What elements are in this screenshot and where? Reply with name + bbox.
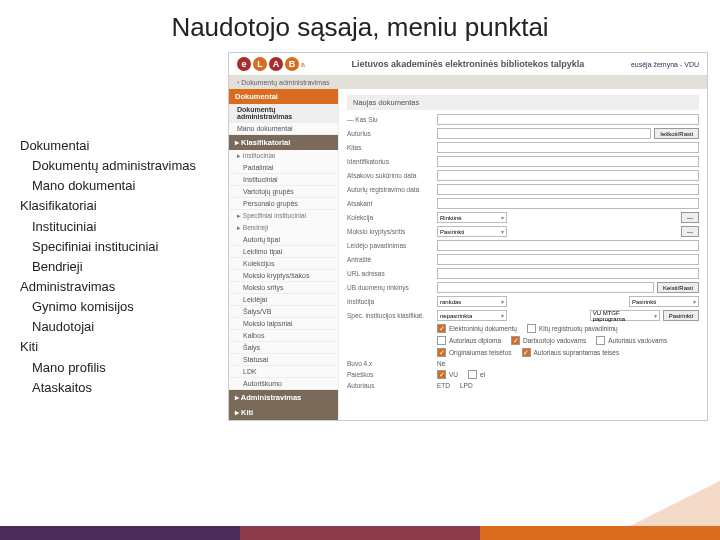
sidebar-item[interactable]: Autorių tipai	[229, 234, 338, 246]
sidebar-item[interactable]: Padaliniai	[229, 162, 338, 174]
checkbox[interactable]: ✓	[511, 336, 520, 345]
checkbox[interactable]: ✓	[437, 348, 446, 357]
form-row: Atsakovo sukūrimo data	[347, 170, 699, 181]
select[interactable]: rankdas▾	[437, 296, 507, 307]
select[interactable]: nepasirinkta▾	[437, 310, 507, 321]
overlay-item: Naudotojai	[20, 317, 196, 337]
sidebar-header-kiti[interactable]: ▸ Kiti	[229, 405, 338, 420]
logo-l-icon: L	[253, 57, 267, 71]
button[interactable]: Pasirinkti	[663, 310, 699, 321]
sidebar-header-dokumentai[interactable]: Dokumentai	[229, 89, 338, 104]
text-input[interactable]	[437, 240, 699, 251]
sidebar-item[interactable]: Mano dokumentai	[229, 123, 338, 135]
sidebar-header-admin[interactable]: ▸ Administravimas	[229, 390, 338, 405]
checkbox-label: Elektroninių dokumentų	[449, 325, 517, 332]
button[interactable]: Keisti/Rasti	[657, 282, 699, 293]
form-row: Buvo 4.xNe	[347, 360, 699, 367]
sidebar-group[interactable]: ▸ Instituciniai	[229, 150, 338, 162]
sidebar-item[interactable]: Personalo grupės	[229, 198, 338, 210]
sidebar-item[interactable]: Mokslo laipsniai	[229, 318, 338, 330]
form-row: Mokslo kryptys/sritisPasirinkti▾—	[347, 226, 699, 237]
text-input[interactable]	[437, 142, 699, 153]
checkbox-row: ✓Originalumas teisėtos✓Autoriaus suprant…	[347, 348, 699, 357]
sidebar-item[interactable]: Statusai	[229, 354, 338, 366]
sidebar-item[interactable]: Leidimo tipai	[229, 246, 338, 258]
checkbox-row: Paieškos✓VUel	[347, 370, 699, 379]
sidebar-item[interactable]: Autoriškumo	[229, 378, 338, 390]
field-label: Atsakovo sukūrimo data	[347, 172, 437, 179]
user-link[interactable]: eusėja žemyna - VDU	[631, 61, 699, 68]
form-row: Institucijarankdas▾Pasirinkti▾	[347, 296, 699, 307]
overlay-item: Mano dokumentai	[20, 176, 196, 196]
overlay-item: Klasifikatoriai	[20, 196, 196, 216]
sidebar-group[interactable]: ▸ Bendrieji	[229, 222, 338, 234]
text-input[interactable]	[437, 170, 699, 181]
button[interactable]: —	[681, 212, 699, 223]
logo: e L A B a	[237, 57, 305, 71]
text-input[interactable]	[437, 198, 699, 209]
checkbox[interactable]: ✓	[522, 348, 531, 357]
text-input[interactable]	[437, 268, 699, 279]
logo-a-suffix: a	[301, 61, 305, 68]
checkbox[interactable]	[437, 336, 446, 345]
field-label: Kolekcija	[347, 214, 437, 221]
footer-bars	[0, 526, 720, 540]
text-input[interactable]	[437, 282, 654, 293]
sidebar-item[interactable]: Instituciniai	[229, 174, 338, 186]
field-label: Autoriaus	[347, 382, 437, 389]
select[interactable]: Pasirinkti▾	[629, 296, 699, 307]
select[interactable]: Rinktinė▾	[437, 212, 507, 223]
text-input[interactable]	[437, 128, 651, 139]
field-label: Mokslo kryptys/sritis	[347, 228, 437, 235]
sidebar-item[interactable]: LDK	[229, 366, 338, 378]
sidebar-header-klasifikatoriai[interactable]: ▸ Klasifikatoriai	[229, 135, 338, 150]
text-input[interactable]	[437, 254, 699, 265]
form-row: Antraštė	[347, 254, 699, 265]
field-label: Autorių registravimo data	[347, 186, 437, 193]
form-row: URL adresas	[347, 268, 699, 279]
menu-overlay: DokumentaiDokumentų administravimasMano …	[20, 136, 196, 398]
select[interactable]: Pasirinkti▾	[437, 226, 507, 237]
sidebar-item[interactable]: Vartotojų grupės	[229, 186, 338, 198]
checkbox-row: Autoriaus diploma✓Darbuotojo vadovamsAut…	[347, 336, 699, 345]
overlay-item: Kiti	[20, 337, 196, 357]
field-label: — Kas Siu	[347, 116, 437, 123]
field-label: Antraštė	[347, 256, 437, 263]
checkbox-label: Autoriaus vadovams	[608, 337, 667, 344]
sidebar-item[interactable]: Šalys	[229, 342, 338, 354]
checkbox[interactable]	[527, 324, 536, 333]
checkbox[interactable]	[596, 336, 605, 345]
sidebar-group[interactable]: ▸ Specifiniai instituciniai	[229, 210, 338, 222]
main-panel: Naujas dokumentas — Kas SiuAutoriusIeško…	[339, 89, 707, 420]
checkbox[interactable]	[468, 370, 477, 379]
sidebar-item[interactable]: Kolekcijos	[229, 258, 338, 270]
checkbox[interactable]: ✓	[437, 324, 446, 333]
sidebar-item[interactable]: Mokslo sritys	[229, 282, 338, 294]
checkbox-label: Autoriaus suprantamas teises	[534, 349, 620, 356]
overlay-item: Dokumentų administravimas	[20, 156, 196, 176]
text-input[interactable]	[437, 114, 699, 125]
form-row: AutoriusIeškoti/Rasti	[347, 128, 699, 139]
text-input[interactable]	[437, 156, 699, 167]
overlay-item: Mano profilis	[20, 358, 196, 378]
form-row: AutoriausETDLPD	[347, 382, 699, 389]
checkbox[interactable]: ✓	[437, 370, 446, 379]
select[interactable]: VU MTGF paprograma▾	[590, 310, 660, 321]
field-label: Buvo 4.x	[347, 360, 437, 367]
checkbox-row: ✓Elektroninių dokumentųKitų registruotų …	[347, 324, 699, 333]
chevron-down-icon: ▾	[693, 298, 696, 305]
chevron-down-icon: ▾	[501, 214, 504, 221]
field-label: Atsakant	[347, 200, 437, 207]
overlay-item: Ataskaitos	[20, 378, 196, 398]
sidebar-item[interactable]: Kalbos	[229, 330, 338, 342]
button[interactable]: Ieškoti/Rasti	[654, 128, 699, 139]
sidebar-item[interactable]: Dokumentų administravimas	[229, 104, 338, 123]
field-label: Institucija	[347, 298, 437, 305]
sidebar-item[interactable]: Leidėjai	[229, 294, 338, 306]
text-input[interactable]	[437, 184, 699, 195]
sidebar-item[interactable]: Mokslo kryptys/šakos	[229, 270, 338, 282]
overlay-item: Specifiniai instituciniai	[20, 237, 196, 257]
button[interactable]: —	[681, 226, 699, 237]
sidebar-item[interactable]: Šalys/VB	[229, 306, 338, 318]
decor-triangle	[630, 481, 720, 526]
